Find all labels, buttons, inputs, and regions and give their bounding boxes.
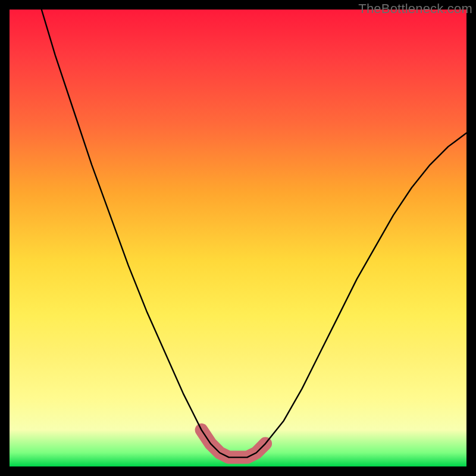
chart-svg	[10, 10, 466, 466]
chart-plot-area	[10, 10, 466, 466]
bottleneck-curve	[42, 10, 466, 458]
watermark-text: TheBottleneck.com	[358, 1, 472, 17]
